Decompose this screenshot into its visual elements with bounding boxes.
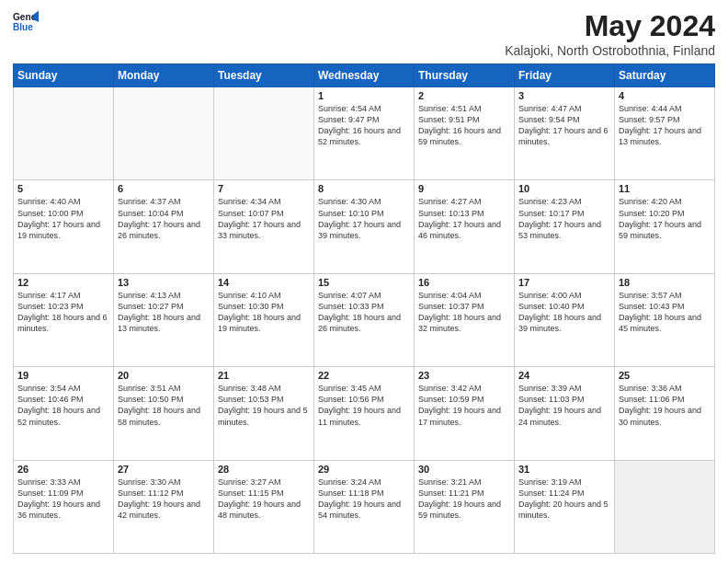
day-number: 1 <box>318 90 410 101</box>
table-row <box>214 87 314 180</box>
day-info: Sunrise: 4:10 AM Sunset: 10:30 PM Daylig… <box>218 290 310 335</box>
day-info: Sunrise: 3:33 AM Sunset: 11:09 PM Daylig… <box>17 477 109 522</box>
day-info: Sunrise: 3:54 AM Sunset: 10:46 PM Daylig… <box>17 383 109 428</box>
day-number: 19 <box>17 370 109 381</box>
day-info: Sunrise: 3:27 AM Sunset: 11:15 PM Daylig… <box>218 477 310 522</box>
table-row: 14Sunrise: 4:10 AM Sunset: 10:30 PM Dayl… <box>214 273 314 366</box>
day-info: Sunrise: 3:36 AM Sunset: 11:06 PM Daylig… <box>619 383 711 428</box>
day-info: Sunrise: 3:24 AM Sunset: 11:18 PM Daylig… <box>318 477 410 522</box>
day-info: Sunrise: 4:30 AM Sunset: 10:10 PM Daylig… <box>318 196 410 241</box>
day-number: 29 <box>318 464 410 475</box>
table-row: 15Sunrise: 4:07 AM Sunset: 10:33 PM Dayl… <box>314 273 415 366</box>
day-info: Sunrise: 3:48 AM Sunset: 10:53 PM Daylig… <box>218 383 310 428</box>
day-number: 31 <box>518 464 610 475</box>
table-row: 10Sunrise: 4:23 AM Sunset: 10:17 PM Dayl… <box>515 180 615 273</box>
svg-text:Blue: Blue <box>13 22 33 32</box>
day-info: Sunrise: 3:57 AM Sunset: 10:43 PM Daylig… <box>619 290 711 335</box>
day-number: 22 <box>318 370 410 381</box>
table-row: 7Sunrise: 4:34 AM Sunset: 10:07 PM Dayli… <box>214 180 314 273</box>
day-info: Sunrise: 4:23 AM Sunset: 10:17 PM Daylig… <box>518 196 610 241</box>
day-number: 20 <box>118 370 210 381</box>
day-info: Sunrise: 3:19 AM Sunset: 11:24 PM Daylig… <box>518 477 610 522</box>
table-row <box>114 87 214 180</box>
day-info: Sunrise: 4:04 AM Sunset: 10:37 PM Daylig… <box>418 290 510 335</box>
day-number: 17 <box>518 277 610 288</box>
table-row: 13Sunrise: 4:13 AM Sunset: 10:27 PM Dayl… <box>114 273 214 366</box>
calendar-week-row: 19Sunrise: 3:54 AM Sunset: 10:46 PM Dayl… <box>14 367 715 460</box>
day-number: 27 <box>118 464 210 475</box>
calendar-table: Sunday Monday Tuesday Wednesday Thursday… <box>13 63 715 554</box>
logo: General Blue <box>13 9 39 35</box>
table-row <box>615 460 715 553</box>
calendar-header-row: Sunday Monday Tuesday Wednesday Thursday… <box>14 64 715 87</box>
table-row: 30Sunrise: 3:21 AM Sunset: 11:21 PM Dayl… <box>415 460 515 553</box>
col-sunday: Sunday <box>14 64 114 87</box>
day-number: 23 <box>418 370 510 381</box>
table-row: 18Sunrise: 3:57 AM Sunset: 10:43 PM Dayl… <box>615 273 715 366</box>
table-row: 5Sunrise: 4:40 AM Sunset: 10:00 PM Dayli… <box>14 180 114 273</box>
table-row: 24Sunrise: 3:39 AM Sunset: 11:03 PM Dayl… <box>515 367 615 460</box>
table-row: 2Sunrise: 4:51 AM Sunset: 9:51 PM Daylig… <box>415 87 515 180</box>
day-info: Sunrise: 4:54 AM Sunset: 9:47 PM Dayligh… <box>318 103 410 148</box>
calendar-week-row: 1Sunrise: 4:54 AM Sunset: 9:47 PM Daylig… <box>14 87 715 180</box>
col-saturday: Saturday <box>615 64 715 87</box>
day-number: 3 <box>518 90 610 101</box>
table-row: 16Sunrise: 4:04 AM Sunset: 10:37 PM Dayl… <box>415 273 515 366</box>
table-row: 26Sunrise: 3:33 AM Sunset: 11:09 PM Dayl… <box>14 460 114 553</box>
day-info: Sunrise: 4:37 AM Sunset: 10:04 PM Daylig… <box>118 196 210 241</box>
table-row: 12Sunrise: 4:17 AM Sunset: 10:23 PM Dayl… <box>14 273 114 366</box>
day-number: 24 <box>518 370 610 381</box>
table-row: 25Sunrise: 3:36 AM Sunset: 11:06 PM Dayl… <box>615 367 715 460</box>
day-number: 25 <box>619 370 711 381</box>
table-row: 11Sunrise: 4:20 AM Sunset: 10:20 PM Dayl… <box>615 180 715 273</box>
table-row: 19Sunrise: 3:54 AM Sunset: 10:46 PM Dayl… <box>14 367 114 460</box>
page: General Blue May 2024 Kalajoki, North Os… <box>0 0 728 563</box>
day-number: 5 <box>17 183 109 194</box>
col-tuesday: Tuesday <box>214 64 314 87</box>
day-number: 12 <box>17 277 109 288</box>
day-number: 9 <box>418 183 510 194</box>
table-row: 6Sunrise: 4:37 AM Sunset: 10:04 PM Dayli… <box>114 180 214 273</box>
col-monday: Monday <box>114 64 214 87</box>
col-wednesday: Wednesday <box>314 64 415 87</box>
day-info: Sunrise: 4:07 AM Sunset: 10:33 PM Daylig… <box>318 290 410 335</box>
table-row: 31Sunrise: 3:19 AM Sunset: 11:24 PM Dayl… <box>515 460 615 553</box>
table-row <box>14 87 114 180</box>
title-block: May 2024 Kalajoki, North Ostrobothnia, F… <box>505 9 715 58</box>
table-row: 22Sunrise: 3:45 AM Sunset: 10:56 PM Dayl… <box>314 367 415 460</box>
day-number: 10 <box>518 183 610 194</box>
header: General Blue May 2024 Kalajoki, North Os… <box>13 9 715 58</box>
day-info: Sunrise: 4:51 AM Sunset: 9:51 PM Dayligh… <box>418 103 510 148</box>
day-number: 26 <box>17 464 109 475</box>
table-row: 29Sunrise: 3:24 AM Sunset: 11:18 PM Dayl… <box>314 460 415 553</box>
day-info: Sunrise: 4:47 AM Sunset: 9:54 PM Dayligh… <box>518 103 610 148</box>
day-info: Sunrise: 3:51 AM Sunset: 10:50 PM Daylig… <box>118 383 210 428</box>
day-number: 16 <box>418 277 510 288</box>
day-info: Sunrise: 4:27 AM Sunset: 10:13 PM Daylig… <box>418 196 510 241</box>
col-thursday: Thursday <box>415 64 515 87</box>
table-row: 3Sunrise: 4:47 AM Sunset: 9:54 PM Daylig… <box>515 87 615 180</box>
day-number: 2 <box>418 90 510 101</box>
day-number: 28 <box>218 464 310 475</box>
page-subtitle: Kalajoki, North Ostrobothnia, Finland <box>505 43 715 58</box>
page-title: May 2024 <box>505 9 715 43</box>
day-number: 21 <box>218 370 310 381</box>
table-row: 8Sunrise: 4:30 AM Sunset: 10:10 PM Dayli… <box>314 180 415 273</box>
day-number: 6 <box>118 183 210 194</box>
day-info: Sunrise: 4:00 AM Sunset: 10:40 PM Daylig… <box>518 290 610 335</box>
table-row: 28Sunrise: 3:27 AM Sunset: 11:15 PM Dayl… <box>214 460 314 553</box>
day-info: Sunrise: 4:17 AM Sunset: 10:23 PM Daylig… <box>17 290 109 335</box>
table-row: 27Sunrise: 3:30 AM Sunset: 11:12 PM Dayl… <box>114 460 214 553</box>
day-number: 18 <box>619 277 711 288</box>
table-row: 17Sunrise: 4:00 AM Sunset: 10:40 PM Dayl… <box>515 273 615 366</box>
day-number: 14 <box>218 277 310 288</box>
day-number: 8 <box>318 183 410 194</box>
day-number: 7 <box>218 183 310 194</box>
table-row: 20Sunrise: 3:51 AM Sunset: 10:50 PM Dayl… <box>114 367 214 460</box>
day-number: 13 <box>118 277 210 288</box>
calendar-week-row: 12Sunrise: 4:17 AM Sunset: 10:23 PM Dayl… <box>14 273 715 366</box>
table-row: 21Sunrise: 3:48 AM Sunset: 10:53 PM Dayl… <box>214 367 314 460</box>
day-info: Sunrise: 3:45 AM Sunset: 10:56 PM Daylig… <box>318 383 410 428</box>
logo-icon: General Blue <box>13 9 39 35</box>
day-number: 15 <box>318 277 410 288</box>
